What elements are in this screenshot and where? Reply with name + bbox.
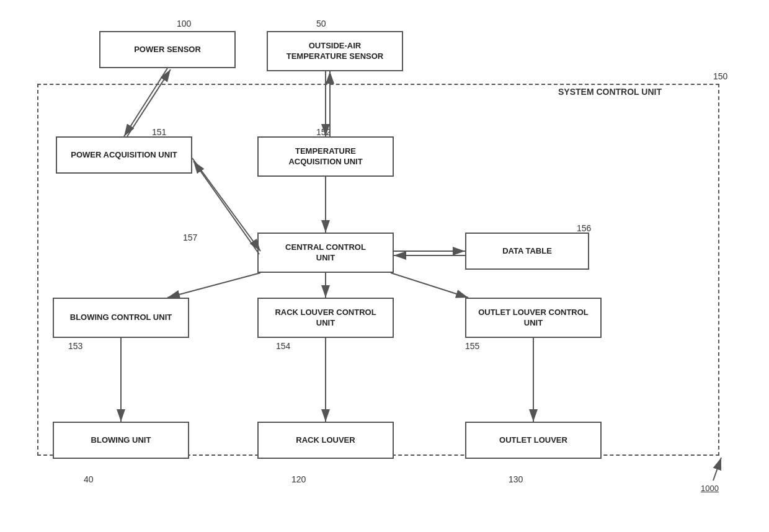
rack-louver-control-box: RACK LOUVER CONTROLUNIT	[257, 298, 394, 338]
blowing-unit-box: BLOWING UNIT	[53, 422, 189, 459]
ref-153: 153	[68, 341, 82, 351]
ref-150: 150	[713, 71, 727, 81]
ref-100: 100	[177, 19, 191, 29]
ref-154: 154	[276, 341, 290, 351]
ref-50: 50	[316, 19, 326, 29]
power-acquisition-box: POWER ACQUISITION UNIT	[56, 136, 192, 174]
outlet-louver-control-box: OUTLET LOUVER CONTROLUNIT	[465, 298, 602, 338]
rack-louver-box: RACK LOUVER	[257, 422, 394, 459]
system-control-unit-label: SYSTEM CONTROL UNIT	[558, 87, 662, 97]
ref-151: 151	[152, 127, 166, 137]
outside-air-temp-sensor-box: OUTSIDE-AIRTEMPERATURE SENSOR	[267, 31, 403, 71]
power-sensor-box: POWER SENSOR	[99, 31, 236, 68]
ref-152: 152	[316, 127, 331, 137]
diagram-container: 100 50 POWER SENSOR OUTSIDE-AIRTEMPERATU…	[19, 12, 750, 515]
svg-line-17	[713, 458, 721, 481]
ref-157: 157	[183, 233, 197, 242]
blowing-control-box: BLOWING CONTROL UNIT	[53, 298, 189, 338]
ref-130: 130	[509, 474, 523, 484]
outlet-louver-box: OUTLET LOUVER	[465, 422, 602, 459]
ref-1000: 1000	[701, 484, 719, 493]
ref-156: 156	[577, 223, 591, 233]
temp-acquisition-box: TEMPERATUREACQUISITION UNIT	[257, 136, 394, 177]
data-table-box: DATA TABLE	[465, 233, 589, 270]
ref-155: 155	[465, 341, 479, 351]
central-control-box: CENTRAL CONTROLUNIT	[257, 233, 394, 273]
ref-40: 40	[84, 474, 94, 484]
ref-120: 120	[291, 474, 306, 484]
